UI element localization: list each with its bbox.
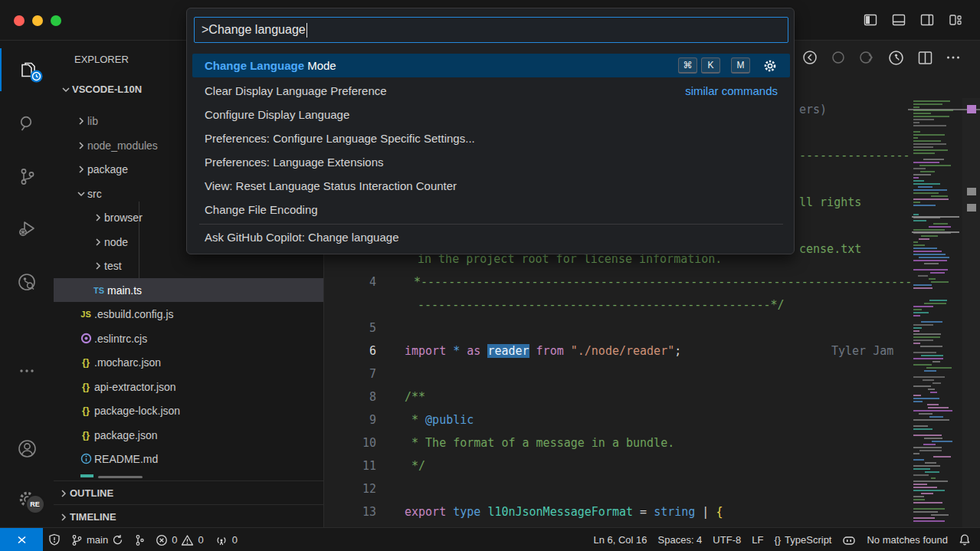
tree-item-label: node bbox=[104, 236, 128, 248]
zoom-button[interactable] bbox=[51, 15, 61, 26]
activity-account[interactable] bbox=[0, 427, 54, 470]
code-token: { bbox=[716, 505, 723, 519]
activity-source-control[interactable] bbox=[0, 155, 54, 198]
split-editor-button[interactable] bbox=[915, 48, 935, 67]
outline-section-header[interactable]: OUTLINE bbox=[54, 480, 323, 505]
palette-item-clear-display-language[interactable]: Clear Display Language Preference simila… bbox=[192, 79, 790, 103]
activity-run-debug[interactable] bbox=[0, 208, 54, 251]
tree-item-readme[interactable]: README.md bbox=[54, 447, 323, 471]
minimize-button[interactable] bbox=[32, 15, 43, 26]
clipped-file-icon bbox=[80, 474, 93, 477]
clock-badge-icon bbox=[30, 70, 43, 83]
palette-item-change-language-mode[interactable]: Change Language Mode ⌘ K M bbox=[192, 54, 790, 77]
problems-button[interactable]: 0 0 bbox=[150, 528, 208, 551]
chevron-right-icon bbox=[92, 212, 104, 224]
line-number: 5 bbox=[324, 316, 376, 339]
palette-item-configure-language-settings[interactable]: Preferences: Configure Language Specific… bbox=[192, 126, 790, 150]
code-line-8: /** bbox=[405, 385, 425, 408]
configure-keybinding-gear-icon[interactable] bbox=[762, 58, 778, 74]
tree-item-package-lock[interactable]: {} package-lock.json bbox=[54, 398, 323, 422]
notifications-button[interactable] bbox=[953, 528, 980, 551]
history-clock-icon bbox=[887, 49, 905, 67]
line-number: 8 bbox=[324, 385, 376, 408]
chevron-down-icon bbox=[60, 84, 72, 96]
minimap[interactable] bbox=[912, 73, 959, 527]
tree-item-test[interactable]: test bbox=[54, 254, 323, 277]
item-text: View: Reset Language Status Interaction … bbox=[205, 179, 457, 192]
git-branch-icon bbox=[71, 534, 83, 546]
code-token: * bbox=[453, 344, 467, 358]
settings-badge: RE bbox=[25, 494, 45, 514]
command-palette: >Change language Change Language Mode ⌘ … bbox=[186, 8, 795, 254]
activity-more-views[interactable] bbox=[0, 349, 54, 392]
palette-item-ask-copilot[interactable]: Ask GitHub Copilot: Change language bbox=[192, 225, 790, 249]
item-text: Ask GitHub Copilot: Change language bbox=[205, 231, 399, 244]
palette-item-configure-display-language[interactable]: Configure Display Language bbox=[192, 103, 790, 126]
code-token: * bbox=[405, 413, 425, 427]
code-token: ; bbox=[674, 344, 681, 358]
overview-ruler[interactable] bbox=[962, 98, 980, 527]
eol-button[interactable]: LF bbox=[746, 528, 769, 551]
command-input[interactable]: >Change language bbox=[194, 17, 788, 43]
copilot-icon bbox=[842, 534, 856, 546]
timeline-history-button[interactable] bbox=[886, 48, 906, 67]
item-text: Mode bbox=[304, 59, 336, 72]
tree-item-label: package.json bbox=[94, 429, 158, 441]
tree-item-api-extractor[interactable]: {} api-extractor.json bbox=[54, 375, 323, 398]
tree-item-esbuild-config[interactable]: JS .esbuild.config.js bbox=[54, 302, 323, 326]
info-icon bbox=[77, 453, 94, 464]
code-line-6: import * as reader from "./node/reader"; bbox=[405, 339, 681, 362]
customize-layout-button[interactable] bbox=[946, 10, 965, 30]
error-icon bbox=[156, 534, 168, 546]
palette-item-change-file-encoding[interactable]: Change File Encoding bbox=[192, 198, 790, 221]
encoding-button[interactable]: UTF-8 bbox=[707, 528, 746, 551]
nav-forward-button[interactable] bbox=[857, 48, 877, 67]
code-token: import bbox=[405, 344, 453, 358]
language-mode: TypeScript bbox=[785, 534, 831, 546]
cursor-position-button[interactable]: Ln 6, Col 16 bbox=[588, 528, 652, 551]
item-text: Preferences: Configure Language Specific… bbox=[205, 132, 475, 145]
palette-item-reset-language-status[interactable]: View: Reset Language Status Interaction … bbox=[192, 174, 790, 198]
code-token: export bbox=[405, 505, 453, 519]
toggle-primary-sidebar-button[interactable] bbox=[860, 10, 880, 30]
activity-explorer[interactable] bbox=[0, 48, 55, 91]
close-button[interactable] bbox=[14, 15, 25, 26]
tree-item-mocharc[interactable]: {} .mocharc.json bbox=[54, 350, 323, 374]
branch-button[interactable]: main bbox=[66, 528, 129, 551]
remote-indicator[interactable] bbox=[0, 528, 43, 551]
workspace-trust-button[interactable] bbox=[43, 528, 66, 551]
branch-name: main bbox=[87, 534, 108, 546]
chevron-right-icon bbox=[57, 487, 70, 500]
activity-commit-graph[interactable] bbox=[0, 261, 54, 303]
search-status[interactable]: No matches found bbox=[861, 528, 953, 551]
editor-more-actions-button[interactable] bbox=[943, 48, 963, 67]
code-line-10: * The format of a message in a bundle. bbox=[405, 431, 674, 454]
timeline-section-header[interactable]: TIMELINE bbox=[54, 504, 323, 527]
tree-item-label: .esbuild.config.js bbox=[94, 308, 174, 320]
code-partial-dashes: ---------------- bbox=[799, 144, 910, 167]
json-file-icon: {} bbox=[77, 356, 94, 368]
toggle-panel-button[interactable] bbox=[889, 10, 909, 30]
toggle-secondary-sidebar-button[interactable] bbox=[917, 10, 937, 30]
source-control-graph-button[interactable] bbox=[129, 528, 150, 551]
tree-item-package-json[interactable]: {} package.json bbox=[54, 423, 323, 447]
warning-icon bbox=[181, 534, 194, 546]
match-text: Change Language bbox=[205, 59, 304, 72]
nav-current-button[interactable] bbox=[828, 48, 848, 67]
copilot-button[interactable] bbox=[837, 528, 861, 551]
ports-button[interactable]: 0 bbox=[209, 528, 243, 551]
indentation-button[interactable]: Spaces: 4 bbox=[653, 528, 708, 551]
activity-settings[interactable]: RE bbox=[0, 477, 54, 520]
tree-item-main-ts[interactable]: TS main.ts bbox=[54, 278, 323, 302]
vscode-window: RE EXPLORER VSCODE-L10N lib node_modules… bbox=[0, 0, 980, 551]
activity-search[interactable] bbox=[0, 102, 54, 145]
line-number: 4 bbox=[324, 271, 376, 294]
code-partial-rights: ll rights bbox=[799, 191, 861, 214]
text-caret bbox=[306, 23, 307, 38]
language-mode-button[interactable]: {} TypeScript bbox=[769, 528, 837, 551]
tree-item-eslintrc[interactable]: .eslintrc.cjs bbox=[54, 326, 323, 350]
similar-commands-link[interactable]: similar commands bbox=[685, 84, 778, 97]
code-line-4-wrap: ----------------------------------------… bbox=[418, 294, 912, 316]
palette-item-language-extensions[interactable]: Preferences: Language Extensions bbox=[192, 150, 790, 174]
nav-back-button[interactable] bbox=[800, 48, 820, 67]
